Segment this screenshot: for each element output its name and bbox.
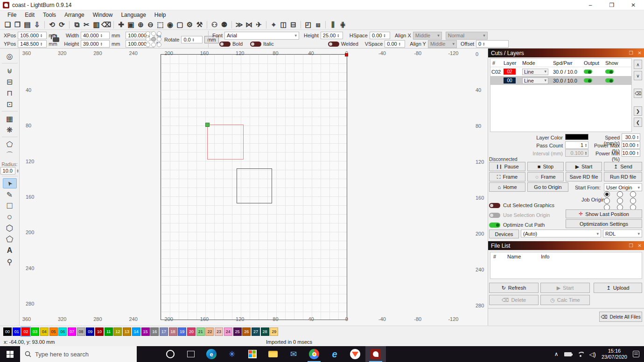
boolean-difference-icon[interactable]: ⊓	[3, 88, 17, 98]
offset-field[interactable]: 0▲▼	[476, 40, 509, 48]
palette-swatch-28[interactable]: 28	[261, 327, 269, 336]
mode-dropdown[interactable]: Line▾	[522, 69, 548, 75]
notifications-icon[interactable]	[633, 351, 639, 357]
text-tool[interactable]: A	[3, 245, 17, 256]
tray-expand-icon[interactable]: ∧	[554, 351, 559, 357]
text-height-field[interactable]: 25.00▲▼	[321, 32, 343, 39]
palette-swatch-23[interactable]: 23	[215, 327, 223, 336]
machine-settings-icon[interactable]: ⚒	[195, 20, 204, 29]
import-file-icon[interactable]: ⇩	[32, 20, 42, 29]
layer-row[interactable]: C02 02 Line▾ 30.0 / 10.0	[490, 67, 631, 76]
dock-icon[interactable]: ⫼	[328, 20, 338, 29]
file-explorer-icon[interactable]	[263, 346, 283, 362]
stop-button[interactable]: ■Stop	[527, 162, 564, 171]
ellipse-tool[interactable]: ○	[3, 212, 17, 222]
zoom-in-icon[interactable]: ⊕	[136, 20, 146, 29]
distribute-b-icon[interactable]: ⧈	[313, 20, 323, 29]
draw-lines-tool[interactable]: ✎	[3, 189, 17, 200]
menu-file[interactable]: File	[4, 11, 20, 19]
copy-icon[interactable]: ⧉	[72, 20, 82, 29]
job-origin-handle[interactable]	[205, 123, 210, 127]
circular-array-icon[interactable]: ❋	[3, 125, 17, 135]
job-origin-radio[interactable]	[617, 198, 623, 204]
new-file-icon[interactable]: ❏	[3, 20, 13, 29]
file-upload-button[interactable]: ↥Upload	[594, 283, 642, 293]
align-b-icon[interactable]: ⊟	[288, 20, 298, 29]
save-file-icon[interactable]: ▤	[22, 20, 32, 29]
palette-swatch-01[interactable]: 01	[13, 327, 21, 336]
palette-swatch-07[interactable]: 07	[68, 327, 76, 336]
radius-field[interactable]: 10.0	[0, 167, 15, 174]
palette-swatch-04[interactable]: 04	[40, 327, 49, 336]
cut-icon[interactable]: ✂	[82, 20, 91, 29]
restore-button[interactable]: ❐	[601, 0, 623, 10]
start-from-dropdown[interactable]: User Origin▾	[604, 183, 642, 191]
start-button[interactable]	[7, 351, 14, 358]
open-file-icon[interactable]: ❒	[13, 20, 22, 29]
anchor-grid[interactable]	[146, 31, 162, 48]
polygon-tool[interactable]: ⬡	[3, 223, 17, 233]
text-style-dropdown[interactable]: Normal▾	[446, 32, 488, 40]
run-rd-button[interactable]: Run RD file	[604, 172, 642, 181]
output-toggle[interactable]	[584, 70, 592, 74]
palette-swatch-05[interactable]: 05	[49, 327, 58, 336]
job-origin-radio[interactable]	[604, 191, 610, 197]
boolean-intersect-icon[interactable]: ⊡	[3, 99, 17, 109]
job-origin-radio[interactable]	[617, 191, 623, 197]
layer-row-selected[interactable]: 00 Line▾ 30.0 / 10.0	[490, 76, 631, 85]
hspace-field[interactable]: 0.00▲▼	[370, 32, 390, 39]
welded-toggle[interactable]	[328, 42, 339, 47]
palette-swatch-20[interactable]: 20	[187, 327, 196, 336]
paste-icon[interactable]: ▥	[91, 20, 101, 29]
battery-icon[interactable]	[564, 352, 572, 356]
frame-circle-button[interactable]: ◌Frame	[527, 172, 564, 181]
palette-swatch-15[interactable]: 15	[141, 327, 150, 336]
job-origin-radio[interactable]	[630, 191, 636, 197]
use-selection-origin-toggle[interactable]	[489, 213, 500, 218]
menu-arrange[interactable]: Arrange	[61, 11, 88, 19]
user-icon[interactable]: ⚉	[219, 20, 229, 29]
job-origin-radio[interactable]	[630, 198, 636, 204]
layer-color-chip[interactable]: 02	[504, 69, 516, 75]
aligny-dropdown[interactable]: Middle▾	[428, 40, 457, 48]
home-button[interactable]: ⌂Home	[489, 182, 525, 192]
menu-window[interactable]: Window	[89, 11, 117, 19]
layer-color-chip[interactable]: 00	[504, 77, 516, 84]
shape-corner-icon[interactable]: ⬠	[3, 139, 17, 149]
round-corner-icon[interactable]: ⌒	[3, 150, 17, 160]
power-min-field[interactable]: 10.00▲▼	[622, 149, 640, 157]
close-panel-icon[interactable]: ✕	[638, 50, 642, 56]
palette-swatch-25[interactable]: 25	[233, 327, 242, 336]
menu-edit[interactable]: Edit	[21, 11, 38, 19]
palette-swatch-10[interactable]: 10	[95, 327, 104, 336]
palette-swatch-08[interactable]: 08	[77, 327, 85, 336]
palette-swatch-24[interactable]: 24	[224, 327, 232, 336]
panel-expand-button[interactable]: ❯	[634, 106, 642, 116]
offset-shapes-icon[interactable]: ◎	[3, 51, 17, 61]
volume-icon[interactable]: ◁)	[589, 351, 596, 358]
optimize-cut-path-toggle[interactable]	[489, 223, 500, 228]
bold-toggle[interactable]	[219, 42, 231, 47]
pan-icon[interactable]: ✚	[116, 20, 126, 29]
goto-origin-button[interactable]: Go to Origin	[527, 182, 568, 192]
protocol-dropdown[interactable]: RDL▾	[603, 230, 642, 237]
layer-delete-button[interactable]: ⌫	[634, 89, 642, 98]
file-start-button[interactable]: ▶Start	[540, 283, 590, 293]
devices-button[interactable]: Devices	[489, 230, 519, 238]
palette-swatch-26[interactable]: 26	[242, 327, 251, 336]
file-list-header[interactable]: File List ❐✕	[488, 241, 644, 250]
layer-color-swatch[interactable]	[565, 134, 588, 140]
cuts-layers-header[interactable]: Cuts / Layers ❐✕	[488, 49, 644, 57]
menu-tools[interactable]: Tools	[39, 11, 60, 19]
align-a-icon[interactable]: ◫	[279, 20, 288, 29]
palette-swatch-13[interactable]: 13	[123, 327, 131, 336]
job-origin-grid[interactable]	[604, 191, 643, 211]
palette-swatch-22[interactable]: 22	[205, 327, 214, 336]
paint3d-icon[interactable]: ✳	[222, 346, 242, 362]
preview-icon[interactable]: ≫	[234, 20, 244, 29]
width-field[interactable]: 40.000▲▼	[81, 32, 110, 39]
rotate-field[interactable]: 0.0▲▼	[181, 36, 203, 43]
pass-count-field[interactable]: 1▲▼	[565, 141, 588, 149]
cut-selected-toggle[interactable]	[489, 203, 500, 208]
file-delete-button[interactable]: ⌫Delete	[489, 295, 539, 305]
